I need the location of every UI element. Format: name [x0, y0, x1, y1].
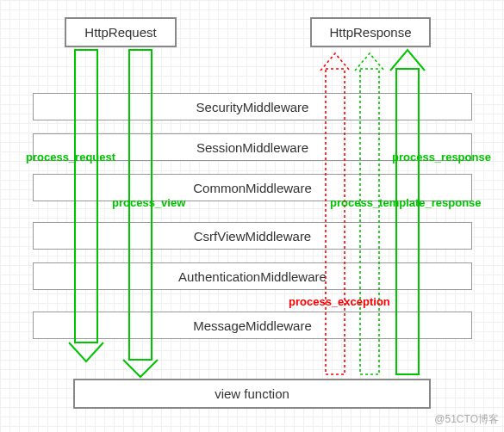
middleware-label: SessionMiddleware [196, 140, 308, 155]
http-request-label: HttpRequest [84, 25, 156, 40]
arrows-layer [0, 0, 504, 432]
process-response-label: process_response [392, 151, 491, 164]
http-request-box: HttpRequest [65, 17, 177, 47]
middleware-label: CommonMiddleware [193, 181, 312, 195]
process-view-label: process_view [112, 196, 185, 209]
process-template-response-label: process_template_response [330, 196, 482, 209]
view-function-label: view function [215, 386, 289, 401]
http-response-box: HttpResponse [310, 17, 431, 47]
watermark: @51CTO博客 [434, 412, 499, 427]
view-function-box: view function [73, 379, 431, 409]
middleware-label: MessageMiddleware [193, 318, 312, 333]
middleware-label: AuthenticationMiddleware [178, 269, 327, 284]
middleware-row: MessageMiddleware [33, 312, 472, 339]
http-response-label: HttpResponse [329, 25, 411, 40]
middleware-row: CsrfViewMiddleware [33, 222, 472, 250]
process-request-label: process_request [26, 151, 115, 164]
middleware-label: CsrfViewMiddleware [194, 229, 311, 244]
process-exception-label: process_exception [289, 295, 390, 308]
middleware-row: SecurityMiddleware [33, 93, 472, 120]
middleware-label: SecurityMiddleware [196, 100, 309, 114]
middleware-row: AuthenticationMiddleware [33, 262, 472, 290]
